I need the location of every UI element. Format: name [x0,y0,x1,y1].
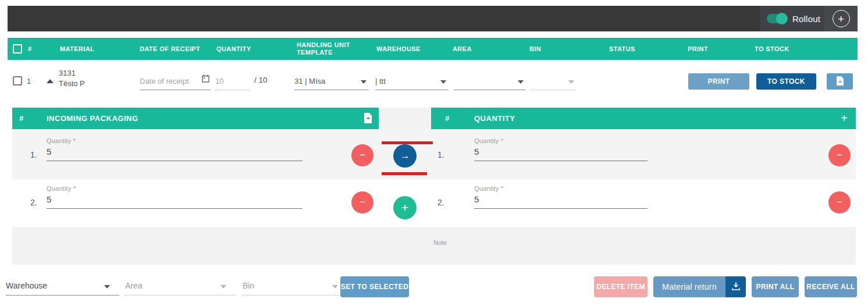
material-table-row: 1 3131 Těsto P Date of receipt 10 / 10 3… [0,60,868,105]
received-quantity-input[interactable]: 10 [215,72,249,90]
panel-title: INCOMING PACKAGING [47,114,138,123]
quantity-field-label: Quantity * [474,185,503,192]
row-checkbox[interactable] [13,76,22,86]
chevron-down-icon [220,285,226,289]
panel-title: QUANTITY [474,114,515,123]
date-placeholder: Date of receipt [140,77,189,86]
collapse-caret-icon[interactable] [47,79,54,83]
row2-stripe [12,179,856,227]
warehouse-select[interactable]: | ttt [375,72,448,90]
plus-circle-icon: + [833,10,850,27]
chevron-down-icon [568,80,574,84]
col-quantity: QUANTITY [216,45,251,52]
chevron-down-icon [332,285,338,289]
footer-bin-select-disabled: Bin [243,277,347,296]
add-quantity-row-button[interactable]: + [841,112,848,125]
col-date-of-receipt: DATE OF RECEIPT [140,45,200,52]
add-item-button[interactable]: + [824,6,858,31]
handling-unit-template-select[interactable]: 31 | Mísa [294,72,368,90]
remove-quantity-row-button[interactable]: − [828,144,851,166]
quantity-field-value[interactable]: 5 [47,194,51,204]
material-cell: 3131 Těsto P [59,68,85,89]
transfer-arrow-button[interactable]: → [393,144,417,168]
document-export-button[interactable] [827,73,853,90]
print-all-button[interactable]: PRINT ALL [752,276,799,297]
incoming-packaging-header: # INCOMING PACKAGING [12,108,379,129]
remove-packaging-row-button[interactable]: − [351,144,373,166]
rollout-toggle[interactable]: Rollout [760,6,824,31]
row-index: 1 [27,77,31,86]
footer-area-select-disabled: Area [125,277,236,296]
toggle-switch-icon [767,14,787,23]
field-underline [474,161,648,161]
top-action-bar: Rollout + [8,6,858,31]
total-quantity: / 10 [254,76,268,84]
delete-item-button-disabled: DELETE ITEM [594,276,648,297]
annotation-line-top [382,141,433,144]
material-return-download-button[interactable] [725,276,746,297]
col-handling-unit-template: HANDLING UNIT TEMPLATE [297,41,358,56]
col-warehouse: WAREHOUSE [376,45,421,52]
chevron-down-icon [440,80,446,84]
footer-area-placeholder: Area [125,281,143,290]
quantity-field-value[interactable]: 5 [474,194,479,204]
to-stock-button[interactable]: TO STOCK [756,73,816,90]
note-input[interactable]: Note [433,239,447,246]
panel-hash: # [445,114,449,123]
quantity-field-value[interactable]: 5 [474,147,479,156]
area-select[interactable] [454,72,525,90]
material-return-button[interactable]: Material return [653,276,725,297]
row1-stripe [12,129,856,179]
quantity-field-label: Quantity * [47,185,76,192]
chevron-down-icon [361,80,367,84]
col-material: MATERIAL [60,45,94,52]
warehouse-value: | ttt [375,77,386,86]
material-code: 3131 [59,68,85,79]
col-bin: BIN [529,45,541,52]
col-status: STATUS [609,45,635,52]
quantity-row-number: 2. [437,198,444,207]
field-underline [474,208,648,209]
remove-quantity-row-button[interactable]: − [828,191,851,214]
quantity-field-label: Quantity * [474,137,503,144]
packaging-row-number: 2. [30,198,37,207]
col-hash: # [28,45,32,52]
panel-hash: # [19,114,23,123]
field-underline [47,208,303,209]
table-header: # MATERIAL DATE OF RECEIPT QUANTITY HAND… [8,38,858,60]
footer-warehouse-select[interactable]: Warehouse [6,277,119,296]
received-quantity-value: 10 [215,77,223,86]
col-area: AREA [453,45,472,52]
download-icon [731,282,741,293]
receiving-screen: Rollout + # MATERIAL DATE OF RECEIPT QUA… [0,0,868,306]
file-arrow-icon [836,76,844,87]
chevron-down-icon [104,285,110,289]
handling-unit-template-value: 31 | Mísa [294,77,325,86]
annotation-line-bottom [382,172,427,175]
material-name: Těsto P [59,79,85,89]
footer-warehouse-placeholder: Warehouse [6,281,47,290]
col-to-stock: TO STOCK [755,45,789,52]
quantity-field-label: Quantity * [47,137,76,144]
remove-packaging-row-button[interactable]: − [351,191,373,214]
field-underline [47,161,303,161]
chevron-down-icon [518,80,524,84]
set-to-selected-button[interactable]: SET TO SELECTED [340,276,409,297]
select-all-checkbox[interactable] [13,44,22,54]
add-row-button[interactable]: + [393,196,417,219]
quantity-field-value[interactable]: 5 [47,147,51,156]
col-print: PRINT [688,45,708,52]
quantity-panel-header: # QUANTITY + [431,108,856,129]
print-button[interactable]: PRINT [688,73,749,90]
footer-bin-placeholder: Bin [243,281,254,290]
packaging-row-number: 1. [30,150,37,159]
copy-from-document-icon[interactable] [363,113,372,126]
receive-all-button[interactable]: RECEIVE ALL [805,276,857,297]
calendar-icon [202,74,209,84]
rollout-label: Rollout [792,14,820,24]
bin-select-disabled [531,72,576,90]
quantity-row-number: 1. [437,150,444,159]
date-of-receipt-input[interactable]: Date of receipt [140,72,211,90]
panel-header-gap [379,108,431,129]
